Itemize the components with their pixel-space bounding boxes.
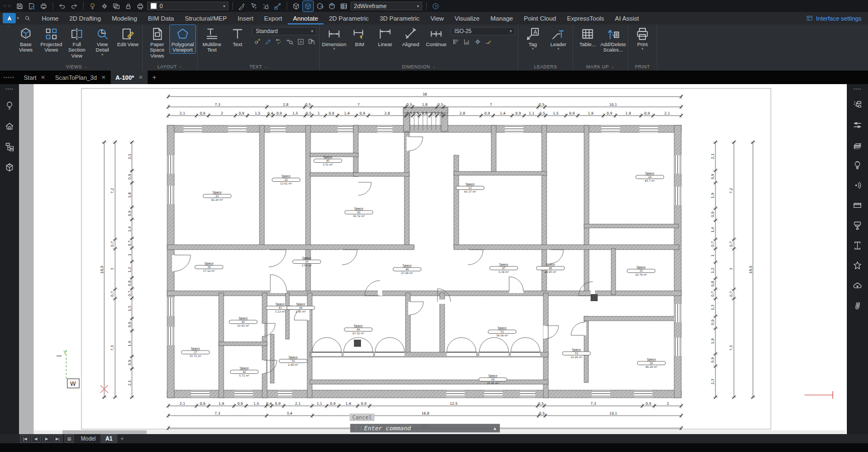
adjustments-icon[interactable] bbox=[852, 119, 864, 131]
lights-icon[interactable] bbox=[852, 179, 864, 191]
viewport-table-icon[interactable] bbox=[339, 1, 349, 11]
chevron-down-icon[interactable]: ▾ bbox=[223, 4, 225, 9]
ribbon-button-edit-view[interactable]: Edit View bbox=[115, 25, 141, 47]
document-tab-a-100-[interactable]: A-100*✕ bbox=[111, 71, 148, 84]
undo-icon[interactable] bbox=[57, 1, 67, 11]
gear-icon[interactable] bbox=[99, 1, 110, 11]
drawing-viewport[interactable]: 387,32,80,570,51,80,570,510,12,10,920,91… bbox=[19, 84, 847, 434]
view-cube-selected-icon[interactable] bbox=[303, 1, 313, 11]
floor-plan-drawing[interactable]: 387,32,80,570,51,80,570,510,12,10,920,91… bbox=[19, 84, 847, 434]
properties-icon[interactable] bbox=[852, 99, 864, 111]
text-place-icon[interactable] bbox=[263, 37, 273, 46]
first-sheet-button[interactable]: |◀ bbox=[20, 435, 30, 443]
dim-ordinate-icon[interactable] bbox=[462, 37, 471, 46]
convert-text-icon[interactable] bbox=[307, 37, 316, 46]
ribbon-button-tag[interactable]: ATag▾ bbox=[520, 25, 546, 50]
lock-icon[interactable] bbox=[123, 1, 134, 11]
sections-icon[interactable] bbox=[852, 239, 864, 251]
attachments-icon[interactable] bbox=[852, 300, 864, 311]
command-input-placeholder[interactable]: Enter command bbox=[364, 425, 411, 432]
search-icon[interactable] bbox=[21, 15, 33, 22]
style-dropdown[interactable]: ISO-25▾ bbox=[451, 27, 515, 35]
ribbon-button-text[interactable]: Text bbox=[225, 25, 250, 47]
chevron-down-icon[interactable]: ▾ bbox=[311, 29, 313, 34]
redo-icon[interactable] bbox=[69, 1, 79, 11]
style-dropdown[interactable]: Standard▾ bbox=[252, 27, 316, 35]
menu-item-export[interactable]: Export bbox=[259, 12, 288, 24]
ribbon-button-leader[interactable]: Leader▾ bbox=[546, 25, 571, 50]
snap-entity-icon[interactable] bbox=[273, 1, 283, 11]
structure-browser-icon[interactable] bbox=[4, 141, 16, 152]
chevron-down-icon[interactable]: ⌄ bbox=[264, 65, 268, 69]
ribbon-button-base-views[interactable]: Base Views bbox=[13, 25, 39, 53]
chevron-down-icon[interactable]: ▾ bbox=[642, 47, 644, 50]
save-icon[interactable] bbox=[15, 1, 25, 11]
materials-icon[interactable] bbox=[852, 199, 864, 211]
command-line-bar[interactable]: ⋮ : Enter command ▲ bbox=[350, 424, 500, 432]
ribbon-button-continue[interactable]: Continue bbox=[423, 25, 449, 47]
ribbon-button-paper-space-views[interactable]: Paper Space Views bbox=[144, 25, 170, 59]
ribbon-button-aligned[interactable]: Aligned bbox=[398, 25, 423, 47]
ribbon-button-linear[interactable]: Linear bbox=[372, 25, 398, 47]
preview-icon[interactable] bbox=[27, 1, 37, 11]
command-expand-icon[interactable]: ▲ bbox=[493, 426, 496, 431]
dim-baseline-icon[interactable] bbox=[451, 37, 460, 46]
menu-item-annotate[interactable]: Annotate bbox=[288, 12, 324, 24]
render-presets-icon[interactable] bbox=[852, 219, 864, 231]
chevron-down-icon[interactable]: ⌄ bbox=[84, 65, 87, 69]
layer-dropdown[interactable]: 0▾ bbox=[147, 2, 229, 10]
menu-item-manage[interactable]: Manage bbox=[485, 12, 518, 24]
sheet-list-icon[interactable]: ⊞ bbox=[65, 435, 74, 443]
cloud-share-icon[interactable] bbox=[852, 279, 864, 291]
snap-grid-icon[interactable] bbox=[261, 1, 271, 11]
close-icon[interactable]: ✕ bbox=[138, 74, 143, 80]
close-icon[interactable]: ✕ bbox=[101, 74, 105, 80]
ribbon-grip-icon[interactable]: ⁙ bbox=[5, 24, 10, 71]
interface-settings-button[interactable]: Interface settings bbox=[806, 15, 868, 22]
menu-item-visualize[interactable]: Visualize bbox=[449, 12, 485, 24]
menu-item-2d-parametric[interactable]: 2D Parametric bbox=[324, 12, 375, 24]
view-cube-face-icon[interactable] bbox=[327, 1, 337, 11]
layer-state-icon[interactable] bbox=[111, 1, 122, 11]
rail-grip-icon[interactable]: •••• bbox=[5, 86, 14, 91]
render-icon[interactable] bbox=[852, 159, 864, 171]
chevron-down-icon[interactable]: ▾ bbox=[102, 53, 104, 56]
text-frame-icon[interactable]: A bbox=[296, 37, 305, 46]
components-icon[interactable] bbox=[4, 161, 16, 173]
menu-item-insert[interactable]: Insert bbox=[232, 12, 259, 24]
ribbon-button-bim[interactable]: BIM bbox=[347, 25, 372, 47]
logo-caret-icon[interactable]: ▾ bbox=[17, 16, 19, 21]
printer-icon[interactable] bbox=[135, 1, 145, 11]
close-icon[interactable]: ✕ bbox=[41, 74, 45, 80]
menu-item-point-cloud[interactable]: Point Cloud bbox=[518, 12, 561, 24]
document-tab-start[interactable]: Start✕ bbox=[19, 71, 50, 84]
chevron-down-icon[interactable]: ▾ bbox=[532, 47, 534, 50]
menu-item-expresstools[interactable]: ExpressTools bbox=[561, 12, 609, 24]
plot-icon[interactable] bbox=[39, 1, 49, 11]
chevron-down-icon[interactable]: ▾ bbox=[510, 29, 512, 34]
ribbon-button-table-[interactable]: Table... bbox=[575, 25, 600, 47]
rail-grip-icon[interactable]: •••• bbox=[853, 86, 861, 91]
ribbon-button-polygonal-viewport[interactable]: Polygonal Viewport bbox=[170, 25, 195, 53]
document-tab-scantoplan-3d[interactable]: ScanToPlan_3d✕ bbox=[50, 71, 110, 84]
dim-center-icon[interactable] bbox=[473, 37, 482, 46]
chevron-down-icon[interactable]: ▾ bbox=[333, 47, 335, 50]
layout-tab-a1[interactable]: A1 bbox=[100, 434, 117, 443]
menu-item-home[interactable]: Home bbox=[36, 12, 64, 24]
menu-item-structural-mep[interactable]: Structural/MEP bbox=[179, 12, 232, 24]
chevron-down-icon[interactable]: ▾ bbox=[557, 47, 560, 50]
chevron-down-icon[interactable]: ⌄ bbox=[179, 65, 182, 69]
chevron-down-icon[interactable]: ⌄ bbox=[611, 65, 614, 69]
chevron-down-icon[interactable]: ⌄ bbox=[432, 65, 435, 69]
find-replace-icon[interactable]: AA bbox=[285, 37, 294, 46]
menu-item-modeling[interactable]: Modeling bbox=[106, 12, 143, 24]
ribbon-button-full-section-view[interactable]: Full Section View bbox=[64, 25, 90, 59]
cursor-help-icon[interactable]: ? bbox=[249, 1, 259, 11]
tab-bar-grip-icon[interactable]: ••••• bbox=[3, 75, 15, 80]
ribbon-button-dimension[interactable]: Dimension▾ bbox=[321, 25, 347, 50]
previous-sheet-button[interactable]: ◀ bbox=[31, 435, 41, 443]
tips-lightbulb-icon[interactable] bbox=[4, 99, 16, 111]
app-logo[interactable] bbox=[3, 13, 16, 23]
spell-check-icon[interactable]: ABC bbox=[274, 37, 283, 46]
dim-edit-icon[interactable] bbox=[484, 37, 493, 46]
